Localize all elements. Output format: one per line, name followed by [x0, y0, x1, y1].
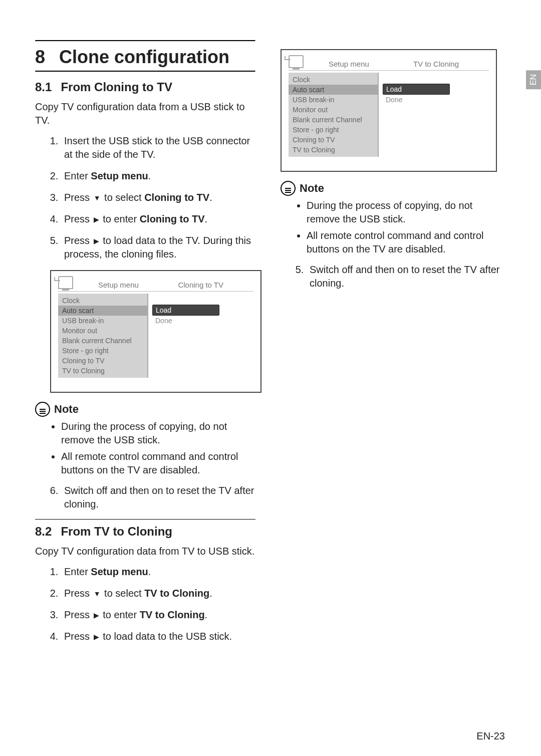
section-8-1-heading: 8.1 From Cloning to TV — [35, 80, 255, 94]
tv-menu-left-list: Clock Auto scart USB break-in Monitor ou… — [58, 294, 147, 378]
step-6: Switch off and then on to reset the TV a… — [61, 484, 255, 511]
tv-menu-item: Clock — [289, 75, 378, 85]
note-item: During the process of copying, do not re… — [61, 420, 255, 447]
tv-menu-item: Cloning to TV — [289, 135, 378, 145]
tv-menu-title-left: Setup menu — [329, 60, 369, 68]
tv-menu-item: Blank current Channel — [58, 336, 147, 346]
section-title: From Cloning to TV — [61, 80, 172, 94]
tv-menu-item: Monitor out — [58, 326, 147, 336]
tv-menu-tv-to-cloning: Setup menu TV to Cloning Clock Auto scar… — [281, 49, 497, 172]
section-number: 8.2 — [35, 525, 52, 539]
note-title: Note — [300, 182, 324, 195]
tv-menu-title-right: TV to Cloning — [413, 60, 459, 68]
down-arrow-icon — [93, 192, 102, 203]
step-3: Press to select Cloning to TV. — [61, 191, 255, 204]
section-number: 8.1 — [35, 80, 52, 94]
section-8-1-intro: Copy TV configuration data from a USB st… — [35, 100, 255, 127]
note-title: Note — [54, 403, 79, 416]
section-8-1-steps-cont: Switch off and then on to reset the TV a… — [35, 484, 255, 511]
tv-menu-cloning-to-tv: Setup menu Cloning to TV Clock Auto scar… — [50, 270, 261, 393]
tv-menu-item: USB break-in — [58, 316, 147, 326]
right-arrow-icon — [93, 609, 100, 620]
tv-menu-left-list: Clock Auto scart USB break-in Monitor ou… — [289, 73, 378, 157]
page-number: EN-23 — [476, 730, 505, 742]
step-1: Enter Setup menu. — [61, 565, 255, 579]
step-5: Press to load data to the TV. During thi… — [61, 234, 255, 261]
step-2: Enter Setup menu. — [61, 169, 255, 183]
step-5: Switch off and then on to reset the TV a… — [307, 263, 501, 290]
section-title: From TV to Cloning — [61, 525, 172, 539]
tv-menu-item: USB break-in — [289, 95, 378, 105]
section-8-2-heading: 8.2 From TV to Cloning — [35, 519, 255, 539]
right-column: Setup menu TV to Cloning Clock Auto scar… — [281, 40, 501, 651]
tv-menu-item: Cloning to TV — [58, 356, 147, 366]
tv-menu-option-selected: Load — [383, 84, 450, 95]
note-item: All remote control command and control b… — [307, 229, 501, 256]
tv-menu-right-list: Load Done — [148, 294, 253, 378]
tv-menu-option-selected: Load — [152, 305, 219, 316]
section-8-2-steps-cont: Switch off and then on to reset the TV a… — [281, 263, 501, 290]
tv-menu-option: Done — [152, 316, 253, 326]
tv-menu-option: Done — [383, 95, 489, 105]
note-heading: Note — [35, 402, 255, 417]
tv-menu-item: Clock — [58, 296, 147, 306]
step-4: Press to enter Cloning to TV. — [61, 212, 255, 226]
tv-menu-item: Store - go right — [58, 346, 147, 356]
chapter-title: Clone configuration — [59, 47, 229, 68]
note-item: All remote control command and control b… — [61, 450, 255, 477]
note-list: During the process of copying, do not re… — [281, 199, 501, 256]
note-heading: Note — [281, 181, 501, 196]
section-8-2-steps: Enter Setup menu. Press to select TV to … — [35, 565, 255, 643]
chapter-heading: 8 Clone configuration — [35, 47, 255, 68]
tv-menu-item: Store - go right — [289, 125, 378, 135]
tv-icon — [289, 55, 304, 68]
step-4: Press to load data to the USB stick. — [61, 630, 255, 643]
note-list: During the process of copying, do not re… — [35, 420, 255, 477]
language-tab: EN — [526, 70, 541, 89]
tv-menu-title-right: Cloning to TV — [178, 281, 223, 289]
chapter-number: 8 — [35, 47, 45, 68]
note-icon — [281, 181, 296, 196]
tv-icon — [58, 276, 73, 289]
note-item: During the process of copying, do not re… — [307, 199, 501, 226]
tv-menu-item: TV to Cloning — [58, 366, 147, 376]
left-column: 8 Clone configuration 8.1 From Cloning t… — [35, 40, 255, 651]
step-3: Press to enter TV to Cloning. — [61, 608, 255, 622]
tv-menu-item-highlighted: Auto scart — [58, 306, 147, 316]
tv-menu-right-list: Load Done — [379, 73, 489, 157]
tv-menu-item: TV to Cloning — [289, 145, 378, 155]
note-icon — [35, 402, 50, 417]
right-arrow-icon — [93, 631, 100, 642]
right-arrow-icon — [93, 213, 100, 224]
down-arrow-icon — [93, 588, 102, 599]
tv-menu-title-left: Setup menu — [98, 281, 139, 289]
tv-menu-item: Monitor out — [289, 105, 378, 115]
right-arrow-icon — [93, 235, 100, 246]
step-2: Press to select TV to Cloning. — [61, 587, 255, 600]
step-1: Insert the USB stick to the USB connecto… — [61, 134, 255, 161]
section-8-2-intro: Copy TV configuration data from TV to US… — [35, 545, 255, 558]
section-8-1-steps: Insert the USB stick to the USB connecto… — [35, 134, 255, 261]
tv-menu-item-highlighted: Auto scart — [289, 85, 378, 95]
tv-menu-item: Blank current Channel — [289, 115, 378, 125]
